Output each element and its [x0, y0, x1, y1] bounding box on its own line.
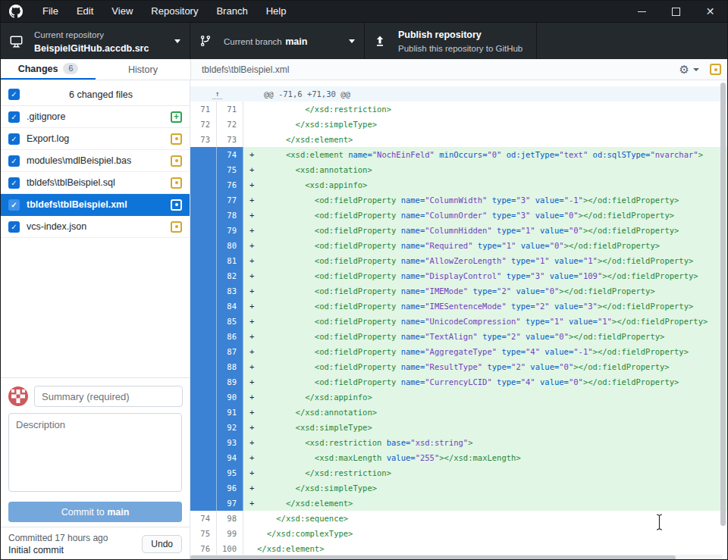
hunk-header-row[interactable]: ↑ @@ -71,6 +71,30 @@	[190, 86, 728, 102]
menu-repository[interactable]: Repository	[142, 1, 207, 22]
diff-line-row[interactable]: 82 + <od:fieldProperty name="DisplayCont…	[190, 268, 728, 283]
new-line-number[interactable]: 90	[217, 389, 243, 405]
old-line-number[interactable]	[190, 223, 217, 238]
diff-line-row[interactable]: 75 + <xsd:annotation>	[190, 162, 728, 177]
maximize-button[interactable]	[659, 1, 693, 22]
diff-line-row[interactable]: 81 + <od:fieldProperty name="AllowZeroLe…	[190, 253, 728, 268]
old-line-number[interactable]	[190, 344, 217, 359]
new-line-number[interactable]: 80	[217, 238, 243, 253]
expand-hunk-button[interactable]: ↑	[190, 86, 244, 102]
current-branch-dropdown[interactable]: Current branch main	[190, 23, 365, 59]
new-line-number[interactable]: 100	[217, 541, 243, 556]
new-line-number[interactable]: 78	[217, 208, 243, 223]
menu-view[interactable]: View	[102, 1, 142, 22]
diff-line-row[interactable]: 85 + <od:fieldProperty name="UnicodeComp…	[190, 314, 728, 329]
old-line-number[interactable]: 73	[190, 132, 217, 147]
old-line-number[interactable]	[190, 450, 217, 465]
new-line-number[interactable]: 96	[217, 480, 243, 496]
file-row[interactable]: ✓ tbldefs\tblBeispiel.xml	[1, 194, 190, 216]
new-line-number[interactable]: 92	[217, 420, 243, 435]
diff-line-row[interactable]: 88 + <od:fieldProperty name="ResultType"…	[190, 359, 728, 374]
vertical-scrollbar[interactable]	[720, 83, 726, 526]
minimize-button[interactable]	[625, 1, 659, 22]
diff-line-row[interactable]: 76 100 </xsd:element>	[190, 541, 728, 556]
diff-line-row[interactable]: 74 98 </xsd:sequence>	[190, 511, 728, 526]
diff-line-row[interactable]: 95 + </xsd:restriction>	[190, 465, 728, 480]
old-line-number[interactable]	[190, 389, 217, 405]
diff-line-row[interactable]: 77 + <od:fieldProperty name="ColumnWidth…	[190, 192, 728, 208]
tab-changes[interactable]: Changes 6	[1, 59, 96, 80]
old-line-number[interactable]	[190, 299, 217, 314]
new-line-number[interactable]: 87	[217, 344, 243, 359]
old-line-number[interactable]	[190, 192, 217, 208]
new-line-number[interactable]: 84	[217, 299, 243, 314]
diff-line-row[interactable]: 78 + <od:fieldProperty name="ColumnOrder…	[190, 208, 728, 223]
new-line-number[interactable]: 94	[217, 450, 243, 465]
diff-line-row[interactable]: 73 73 </xsd:element>	[190, 132, 728, 147]
diff-line-row[interactable]: 75 99 </xsd:complexType>	[190, 526, 728, 541]
old-line-number[interactable]: 72	[190, 117, 217, 132]
select-all-checkbox[interactable]: ✓	[8, 89, 20, 100]
old-line-number[interactable]	[190, 480, 217, 496]
diff-line-row[interactable]: 96 + </xsd:simpleType>	[190, 480, 728, 496]
new-line-number[interactable]: 99	[217, 526, 243, 541]
file-row[interactable]: ✓ tbldefs\tblBeispiel.sql	[1, 172, 190, 194]
old-line-number[interactable]	[190, 147, 217, 162]
old-line-number[interactable]	[190, 465, 217, 480]
diff-line-row[interactable]: 76 + <xsd:appinfo>	[190, 177, 728, 192]
old-line-number[interactable]: 76	[190, 541, 217, 556]
new-line-number[interactable]: 95	[217, 465, 243, 480]
diff-line-row[interactable]: 90 + </xsd:appinfo>	[190, 389, 728, 405]
tab-history[interactable]: History	[96, 59, 190, 80]
diff-options-button[interactable]: ⚙	[679, 64, 699, 75]
new-line-number[interactable]: 97	[217, 496, 243, 511]
old-line-number[interactable]	[190, 359, 217, 374]
new-line-number[interactable]: 81	[217, 253, 243, 268]
new-line-number[interactable]: 85	[217, 314, 243, 329]
close-button[interactable]: ✕	[693, 1, 727, 22]
new-line-number[interactable]: 98	[217, 511, 243, 526]
new-line-number[interactable]: 89	[217, 374, 243, 389]
new-line-number[interactable]: 91	[217, 405, 243, 420]
file-row[interactable]: ✓ modules\mdlBeispiel.bas	[1, 150, 190, 172]
diff-line-row[interactable]: 87 + <od:fieldProperty name="AggregateTy…	[190, 344, 728, 359]
diff-line-row[interactable]: 97 + </xsd:element>	[190, 496, 728, 511]
diff-line-row[interactable]: 80 + <od:fieldProperty name="Required" t…	[190, 238, 728, 253]
current-repository-dropdown[interactable]: Current repository BeispielGitHub.accdb.…	[1, 23, 190, 59]
file-row[interactable]: ✓ vcs-index.json	[1, 216, 190, 238]
file-row[interactable]: ✓ .gitignore +	[1, 106, 190, 128]
old-line-number[interactable]	[190, 162, 217, 177]
file-checkbox[interactable]: ✓	[8, 133, 20, 145]
diff-line-row[interactable]: 71 71 </xsd:restriction>	[190, 102, 728, 117]
diff-line-row[interactable]: 93 + <xsd:restriction base="xsd:string">	[190, 435, 728, 450]
commit-summary-input[interactable]	[34, 386, 183, 407]
new-line-number[interactable]: 79	[217, 223, 243, 238]
new-line-number[interactable]: 88	[217, 359, 243, 374]
old-line-number[interactable]	[190, 329, 217, 344]
diff-line-row[interactable]: 94 + <xsd:maxLength value="255"></xsd:ma…	[190, 450, 728, 465]
new-line-number[interactable]: 83	[217, 283, 243, 299]
new-line-number[interactable]: 74	[217, 147, 243, 162]
file-row[interactable]: ✓ Export.log	[1, 128, 190, 150]
old-line-number[interactable]	[190, 177, 217, 192]
diff-line-row[interactable]: 89 + <od:fieldProperty name="CurrencyLCI…	[190, 374, 728, 389]
new-line-number[interactable]: 72	[217, 117, 243, 132]
old-line-number[interactable]	[190, 435, 217, 450]
commit-description-input[interactable]	[8, 413, 182, 492]
menu-branch[interactable]: Branch	[207, 1, 256, 22]
old-line-number[interactable]: 71	[190, 102, 217, 117]
new-line-number[interactable]: 75	[217, 162, 243, 177]
commit-button[interactable]: Commit to main	[8, 502, 182, 522]
old-line-number[interactable]	[190, 283, 217, 299]
old-line-number[interactable]	[190, 420, 217, 435]
diff-line-row[interactable]: 72 72 </xsd:simpleType>	[190, 117, 728, 132]
old-line-number[interactable]: 74	[190, 511, 217, 526]
new-line-number[interactable]: 76	[217, 177, 243, 192]
horizontal-scrollbar-thumb[interactable]	[190, 555, 676, 560]
diff-line-row[interactable]: 86 + <od:fieldProperty name="TextAlign" …	[190, 329, 728, 344]
old-line-number[interactable]	[190, 253, 217, 268]
new-line-number[interactable]: 71	[217, 102, 243, 117]
new-line-number[interactable]: 77	[217, 192, 243, 208]
undo-button[interactable]: Undo	[142, 535, 182, 553]
publish-repository-button[interactable]: Publish repository Publish this reposito…	[365, 23, 537, 59]
